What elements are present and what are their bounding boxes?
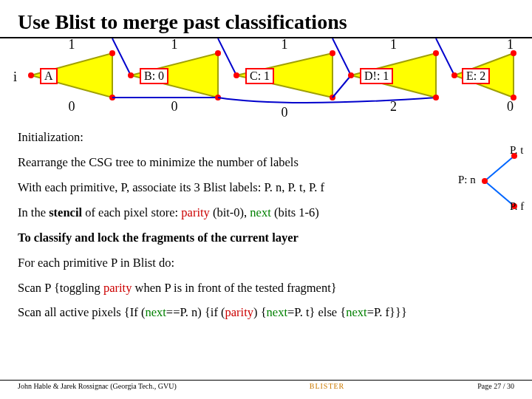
pt-root-label: P: n — [458, 174, 476, 186]
footer-center: BLISTER — [310, 382, 345, 390]
tri-E-box: E: 2 — [462, 68, 490, 84]
svg-line-10 — [218, 38, 236, 75]
tri-B: 1 B: 0 0 — [131, 38, 218, 98]
scan1-b: when P is in front of the tested fragmen… — [132, 281, 336, 295]
svg-point-19 — [433, 50, 439, 56]
pt-left-label: P. t — [510, 144, 523, 157]
classify-bold: To classify and lock the fragments of th… — [18, 231, 299, 245]
tri-B-bottom: 0 — [131, 99, 218, 115]
tri-C: 1 C: 1 0 — [236, 38, 332, 98]
stencil-prefix: In the — [18, 205, 49, 219]
svg-line-5 — [112, 38, 131, 75]
parity-word-1: parity — [181, 205, 210, 219]
tri-B-top: 1 — [131, 37, 218, 52]
next-word-4: next — [346, 305, 366, 319]
i-label: i — [13, 69, 17, 85]
parity-word-3: parity — [225, 305, 254, 319]
stencil-after-next: (bits 1-6) — [271, 205, 319, 219]
svg-point-7 — [128, 72, 134, 78]
tri-A-box: A — [40, 68, 58, 84]
pt-right-label: P. f — [510, 200, 524, 213]
pt-tree: P: n P. t P. f — [440, 151, 529, 211]
scan2-b: ==P. n) {if ( — [166, 305, 225, 319]
tri-E-bottom: 0 — [454, 99, 514, 115]
tri-D-box: D!: 1 — [360, 68, 393, 84]
tri-A: 1 A 0 — [31, 38, 112, 98]
next-word-3: next — [267, 305, 287, 319]
svg-line-17 — [332, 75, 351, 98]
tri-C-box: C: 1 — [245, 68, 274, 84]
footer-right: Page 27 / 30 — [477, 382, 514, 390]
foreach-line: For each primitive P in Blist do: — [18, 254, 514, 272]
footer-left: John Hable & Jarek Rossignac (Georgia Te… — [18, 382, 177, 390]
stencil-bold: stencil — [49, 205, 82, 219]
tri-D-top: 1 — [351, 37, 436, 52]
init-heading: Initialization: — [18, 129, 514, 146]
svg-point-24 — [511, 50, 516, 56]
svg-line-22 — [436, 38, 454, 75]
tri-A-top: 1 — [31, 37, 112, 52]
tri-E: 1 E: 2 0 — [454, 38, 514, 98]
scan1-a: Scan P {toggling — [18, 281, 103, 295]
svg-point-8 — [215, 50, 221, 56]
tri-D: 1 D!: 1 2 — [351, 38, 436, 98]
next-word-1: next — [250, 205, 270, 219]
svg-point-18 — [348, 72, 354, 78]
tri-C-top: 1 — [236, 37, 332, 52]
svg-point-12 — [233, 72, 239, 78]
stencil-after-parity: (bit-0), — [210, 205, 250, 219]
scan2-e: =P. f}}} — [367, 305, 407, 319]
svg-point-1 — [28, 72, 34, 78]
stencil-mid: of each pixel store: — [82, 205, 181, 219]
slide-footer: John Hable & Jarek Rossignac (Georgia Te… — [0, 380, 532, 390]
scan-line-2: Scan all active pixels {If (next==P. n) … — [18, 304, 514, 321]
svg-point-28 — [482, 178, 488, 184]
slide-title: Use Blist to merge past classifications — [18, 10, 514, 34]
next-word-2: next — [145, 305, 166, 319]
scan-line-1: Scan P {toggling parity when P is in fro… — [18, 279, 514, 297]
tri-B-box: B: 0 — [140, 68, 168, 84]
blist-diagram: i 1 A 0 1 — [18, 38, 514, 121]
svg-point-2 — [109, 50, 115, 56]
parity-word-2: parity — [103, 281, 132, 295]
tri-C-bottom: 0 — [236, 105, 332, 120]
svg-point-23 — [451, 72, 457, 78]
tri-E-top: 1 — [454, 37, 514, 52]
scan2-c: ) { — [253, 305, 267, 319]
classify-line: To classify and lock the fragments of th… — [18, 229, 514, 247]
tri-A-bottom: 0 — [31, 99, 112, 115]
svg-line-16 — [332, 38, 351, 75]
svg-point-13 — [330, 50, 335, 56]
tri-D-bottom: 2 — [351, 99, 436, 115]
scan2-a: Scan all active pixels {If ( — [18, 305, 145, 319]
svg-line-26 — [485, 156, 514, 181]
scan2-d: =P. t} else { — [287, 305, 346, 319]
